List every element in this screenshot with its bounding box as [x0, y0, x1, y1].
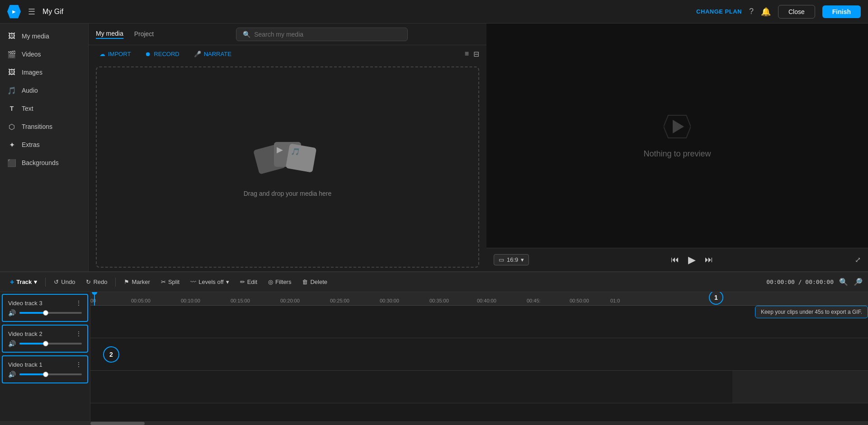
delete-button[interactable]: 🗑 Delete: [297, 276, 332, 288]
scrollbar-thumb[interactable]: [90, 422, 145, 425]
images-icon: 🖼: [7, 68, 16, 77]
timeline-area: + Track ▾ ↺ Undo ↻ Redo ⚑ Marker ✂ Split…: [0, 271, 868, 425]
close-button[interactable]: Close: [778, 5, 815, 19]
volume-icon-3[interactable]: 🔊: [8, 309, 16, 316]
media-tabs: My media Project 🔍: [89, 24, 486, 45]
tooltip-export: Keep your clips under 45s to export a GI…: [755, 306, 868, 318]
sidebar-item-text[interactable]: T Text: [0, 99, 88, 118]
notifications-icon[interactable]: 🔔: [761, 7, 771, 17]
search-input[interactable]: [254, 31, 401, 38]
help-icon[interactable]: ?: [749, 7, 754, 16]
track-button[interactable]: + Track ▾: [5, 276, 42, 288]
volume-fill-3: [19, 312, 44, 314]
ruler-mark-4: 00:20:00: [280, 298, 300, 303]
marker-label: Marker: [132, 279, 150, 285]
record-button[interactable]: ⏺ RECORD: [142, 49, 183, 59]
ruler-mark-8: 00:40:00: [477, 298, 496, 303]
sidebar-item-audio[interactable]: 🎵 Audio: [0, 81, 88, 99]
levels-chevron-icon: ▾: [226, 279, 229, 285]
sidebar-label-transitions: Transitions: [22, 123, 52, 130]
change-plan-link[interactable]: CHANGE PLAN: [696, 8, 742, 15]
redo-label: Redo: [93, 279, 107, 285]
audio-icon: 🎵: [7, 86, 16, 95]
volume-thumb-1[interactable]: [43, 372, 48, 377]
tab-project[interactable]: Project: [134, 30, 154, 38]
playhead[interactable]: [94, 292, 95, 306]
levels-off-button[interactable]: 〰 Levels off ▾: [186, 276, 233, 288]
preview-controls: ▭ 16:9 ▾ ⏮ ▶ ⏭ ⤢: [486, 248, 868, 271]
menu-icon[interactable]: ☰: [28, 7, 35, 17]
tab-my-media[interactable]: My media: [96, 30, 123, 39]
sidebar-label-images: Images: [22, 69, 42, 76]
edit-label: Edit: [247, 279, 257, 285]
marker-button[interactable]: ⚑ Marker: [119, 276, 154, 288]
media-sort[interactable]: ≡ ⊟: [465, 50, 479, 58]
narrate-button[interactable]: 🎤 NARRATE: [190, 49, 235, 59]
sidebar-item-extras[interactable]: ✦ Extras: [0, 136, 88, 154]
track-name-3: Video track 3: [8, 300, 42, 307]
volume-icon-2[interactable]: 🔊: [8, 340, 16, 347]
aspect-ratio-button[interactable]: ▭ 16:9 ▾: [494, 254, 529, 265]
sidebar-label-text: Text: [22, 105, 33, 112]
track-header-2: Video track 2 ⋮: [8, 330, 82, 337]
track-more-3[interactable]: ⋮: [75, 299, 82, 307]
sidebar-item-my-media[interactable]: 🖼 My media: [0, 27, 88, 45]
sidebar-label-audio: Audio: [22, 87, 38, 94]
finish-button[interactable]: Finish: [822, 5, 861, 18]
ruler-mark-9: 00:45:: [527, 298, 541, 303]
svg-marker-1: [673, 120, 684, 133]
sort-icon[interactable]: ≡: [465, 50, 469, 58]
volume-slider-1[interactable]: [19, 373, 82, 375]
expand-icon[interactable]: ⤢: [855, 255, 861, 264]
volume-thumb-3[interactable]: [43, 310, 48, 316]
my-media-icon: 🖼: [7, 32, 16, 41]
sidebar-label-extras: Extras: [22, 141, 40, 148]
ruler-mark-10: 00:50:00: [570, 298, 589, 303]
split-button[interactable]: ✂ Split: [156, 276, 184, 288]
skip-back-icon[interactable]: ⏮: [671, 255, 679, 264]
sidebar-item-videos[interactable]: 🎬 Videos: [0, 45, 88, 63]
track-row-2: 2: [90, 338, 868, 371]
backgrounds-icon: ⬛: [7, 158, 16, 167]
redo-button[interactable]: ↻ Redo: [81, 276, 112, 288]
extras-icon: ✦: [7, 140, 16, 149]
ruler-mark-2: 00:10:00: [181, 298, 200, 303]
volume-thumb-2[interactable]: [43, 341, 48, 346]
zoom-icon[interactable]: 🔍: [839, 278, 848, 286]
drop-zone[interactable]: ▶ 🎵 Drag and drop your media here: [96, 66, 479, 268]
volume-slider-2[interactable]: [19, 343, 82, 345]
edit-button[interactable]: ✏ Edit: [236, 276, 262, 288]
track-more-2[interactable]: ⋮: [75, 330, 82, 337]
track-volume-2: 🔊: [8, 340, 82, 347]
preview-logo: [664, 113, 691, 142]
sidebar-item-transitions[interactable]: ⬡ Transitions: [0, 118, 88, 136]
ruler-mark-1: 00:05:00: [131, 298, 151, 303]
annotation-label-2: 2: [109, 351, 113, 358]
skip-forward-icon[interactable]: ⏭: [705, 255, 713, 264]
filters-button[interactable]: ◎ Filters: [264, 276, 296, 288]
track-label-3: Video track 3 ⋮ 🔊: [2, 294, 88, 322]
timeline-ruler: 00 00:05:00 00:10:00 00:15:00 00:20:00 0…: [90, 292, 868, 306]
import-button[interactable]: ☁ IMPORT: [96, 49, 134, 59]
track-more-1[interactable]: ⋮: [75, 361, 82, 368]
horizontal-scrollbar[interactable]: [0, 421, 868, 425]
media-toolbar: ☁ IMPORT ⏺ RECORD 🎤 NARRATE ≡ ⊟: [89, 45, 486, 63]
volume-slider-3[interactable]: [19, 312, 82, 314]
drop-text: Drag and drop your media here: [244, 190, 332, 197]
text-icon: T: [7, 104, 16, 113]
ruler-mark-3: 00:15:00: [231, 298, 250, 303]
volume-icon-1[interactable]: 🔊: [8, 371, 16, 378]
split-label: Split: [168, 279, 179, 285]
sidebar-item-images[interactable]: 🖼 Images: [0, 63, 88, 81]
topbar-actions: CHANGE PLAN ? 🔔 Close Finish: [696, 5, 861, 19]
filter-icon[interactable]: ⊟: [473, 50, 479, 58]
record-label: RECORD: [154, 51, 179, 57]
track-header-3: Video track 3 ⋮: [8, 299, 82, 307]
undo-button[interactable]: ↺ Undo: [49, 276, 80, 288]
export-limit-overlay: [732, 371, 868, 403]
timeline-ruler-wrapper: 00 00:05:00 00:10:00 00:15:00 00:20:00 0…: [90, 292, 868, 306]
search-timeline-icon[interactable]: 🔎: [854, 278, 863, 286]
play-button[interactable]: ▶: [688, 254, 696, 266]
ruler-mark-6: 00:30:00: [380, 298, 399, 303]
sidebar-item-backgrounds[interactable]: ⬛ Backgrounds: [0, 154, 88, 172]
